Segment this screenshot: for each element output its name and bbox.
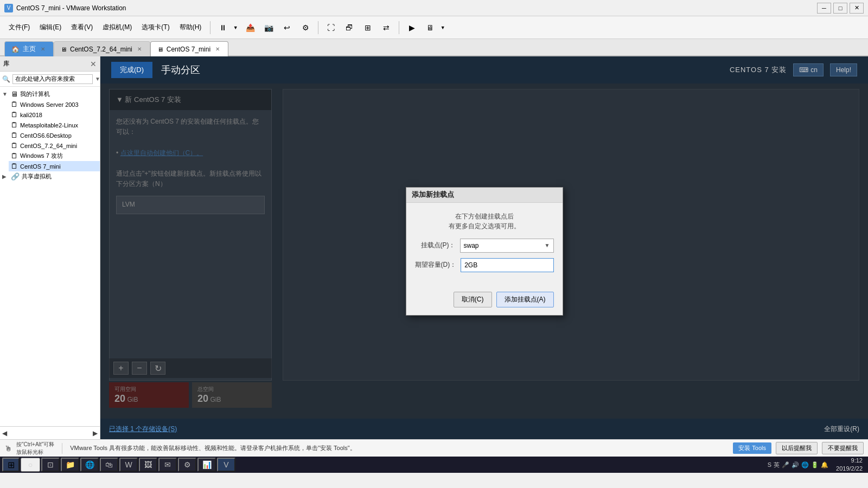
menu-help[interactable]: 帮助(H): [175, 21, 206, 34]
taskbar-app2[interactable]: V: [217, 458, 235, 472]
minimize-btn[interactable]: ─: [817, 3, 831, 14]
sidebar-item-4[interactable]: 🗒 CentOS_7.2_64_mini: [9, 140, 100, 151]
sidebar-item-5[interactable]: 🗒 Windows 7 攻坊: [9, 151, 100, 161]
toolbar-separator: [210, 21, 210, 34]
taskbar-store[interactable]: 🛍: [100, 458, 118, 472]
tray-input-method[interactable]: S: [768, 461, 771, 468]
status-sep: [62, 443, 62, 454]
menu-tabs[interactable]: 选项卡(T): [137, 21, 174, 34]
sidebar-item-label-0: Windows Server 2003: [20, 101, 79, 108]
done-button[interactable]: 完成(D): [111, 62, 152, 78]
sidebar-close-btn[interactable]: ✕: [90, 60, 97, 68]
menu-view[interactable]: 查看(V): [67, 21, 97, 34]
sidebar-item-0[interactable]: 🗒 Windows Server 2003: [9, 99, 100, 110]
start-button[interactable]: ⊞: [2, 458, 20, 472]
search-icon: ○: [28, 460, 33, 469]
menu-edit[interactable]: 编辑(E): [35, 21, 66, 34]
tray-lang[interactable]: 英: [774, 461, 780, 469]
vm-icon: 🗒: [11, 111, 18, 119]
tab-centos-mini-64[interactable]: 🖥 CentOS_7.2_64_mini ✕: [54, 41, 150, 56]
sidebar-item-2[interactable]: 🗒 Metasploitable2-Linux: [9, 120, 100, 130]
vm-area: 完成(D) 手动分区 CENTOS 7 安装 ⌨ cn Help!: [100, 56, 868, 439]
lang-button[interactable]: ⌨ cn: [793, 63, 824, 76]
vm-icon: 🗒: [11, 162, 18, 170]
select-arrow-icon: ▼: [545, 242, 550, 248]
sidebar-item-my-computer[interactable]: ▼ 🖥 我的计算机: [0, 89, 100, 99]
window-btn[interactable]: 🗗: [341, 20, 358, 35]
tray-network[interactable]: 🌐: [801, 461, 809, 468]
mount-point-row: 挂载点(P)： swap ▼: [415, 239, 554, 253]
help-button[interactable]: Help!: [830, 63, 857, 76]
tab-home-close[interactable]: ✕: [39, 46, 47, 53]
sidebar-scroll-left[interactable]: ◀: [2, 429, 7, 437]
display-btn[interactable]: 🖥: [422, 20, 438, 35]
home-icon: 🏠: [11, 46, 20, 53]
sidebar-item-1[interactable]: 🗒 kali2018: [9, 110, 100, 120]
taskbar-settings[interactable]: ⚙: [178, 458, 196, 472]
close-btn[interactable]: ✕: [850, 3, 864, 14]
storage-devices-link[interactable]: 已选择 1 个存储设备(S): [109, 425, 177, 434]
mount-point-select[interactable]: swap ▼: [460, 239, 554, 253]
tab1-icon: 🖥: [61, 46, 67, 53]
tray-sound[interactable]: 🔊: [792, 461, 799, 468]
sidebar-item-label-4: CentOS_7.2_64_mini: [20, 143, 77, 149]
tray-battery[interactable]: 🔋: [811, 461, 819, 468]
display-dropdown[interactable]: ▼: [438, 20, 447, 35]
sidebar-scroll-right[interactable]: ▶: [93, 429, 98, 437]
add-mountpoint-confirm-btn[interactable]: 添加挂载点(A): [496, 292, 554, 307]
sidebar: 库 ✕ 🔍 ▼ ▼ 🖥 我的计算机 🗒 Windows Server 2003 …: [0, 56, 100, 439]
send-file-btn[interactable]: 📤: [242, 20, 258, 35]
tray-notifications[interactable]: 🔔: [821, 461, 828, 468]
sidebar-search-bar: 🔍 ▼: [0, 72, 100, 87]
tabs-bar: 🏠 主页 ✕ 🖥 CentOS_7.2_64_mini ✕ 🖥 CentOS 7…: [0, 39, 868, 56]
pause-dropdown[interactable]: ▼: [231, 20, 240, 35]
capacity-input[interactable]: [461, 258, 553, 272]
cancel-button[interactable]: 取消(C): [454, 292, 492, 307]
sidebar-item-shared[interactable]: ▶ 🔗 共享虚拟机: [0, 171, 100, 182]
search-dropdown[interactable]: ▼: [95, 76, 100, 82]
fullscreen-btn[interactable]: ⛶: [323, 20, 339, 35]
pause-btn[interactable]: ⏸: [215, 20, 231, 35]
maximize-btn[interactable]: □: [833, 3, 847, 14]
taskbar-browser[interactable]: 🌐: [80, 458, 99, 472]
console-btn[interactable]: ▶: [404, 20, 420, 35]
sidebar-item-3[interactable]: 🗒 CentOS6.6Desktop: [9, 130, 100, 140]
tab1-close[interactable]: ✕: [136, 46, 143, 53]
taskbar-photos[interactable]: 🖼: [139, 458, 157, 472]
tab-home-label: 主页: [23, 44, 36, 54]
expand-icon: ▼: [2, 91, 9, 97]
system-tray: S 英 🎤 🔊 🌐 🔋 🔔: [764, 461, 832, 469]
reset-all-btn[interactable]: 全部重设(R): [824, 425, 859, 434]
search-button[interactable]: ○: [21, 458, 40, 472]
taskbar-office[interactable]: W: [119, 458, 138, 472]
install-tools-button[interactable]: 安装 Tools: [733, 442, 771, 454]
settings-btn[interactable]: ⚙: [297, 20, 314, 35]
tray-microphone[interactable]: 🎤: [782, 461, 789, 468]
tab2-icon: 🖥: [157, 46, 163, 53]
vm-screen[interactable]: 完成(D) 手动分区 CENTOS 7 安装 ⌨ cn Help!: [100, 56, 868, 439]
taskbar-mail[interactable]: ✉: [158, 458, 177, 472]
installer-header: 完成(D) 手动分区 CENTOS 7 安装 ⌨ cn Help!: [100, 56, 868, 84]
view-btn[interactable]: ⊞: [360, 20, 376, 35]
tab-centos-mini[interactable]: 🖥 CentOS 7_mini ✕: [150, 41, 228, 56]
snapshot-btn[interactable]: 📷: [260, 20, 277, 35]
vm-icon: 🗒: [11, 121, 18, 129]
revert-btn[interactable]: ↩: [279, 20, 295, 35]
system-clock[interactable]: 9:12 2019/2/22: [833, 457, 866, 473]
search-input[interactable]: [12, 74, 93, 84]
sidebar-item-label-2: Metasploitable2-Linux: [20, 122, 78, 129]
never-remind-button[interactable]: 不要提醒我: [822, 442, 864, 454]
centos-title: CENTOS 7 安装: [730, 65, 787, 75]
sidebar-item-6[interactable]: 🗒 CentOS 7_mini: [9, 161, 100, 171]
taskbar-app1[interactable]: 📊: [197, 458, 216, 472]
installer-title-right: CENTOS 7 安装 ⌨ cn Help!: [730, 63, 857, 76]
tab2-close[interactable]: ✕: [214, 46, 221, 53]
tab-home[interactable]: 🏠 主页 ✕: [4, 41, 54, 56]
shared-label: 共享虚拟机: [22, 172, 52, 181]
taskbar-files[interactable]: 📁: [61, 458, 79, 472]
remind-later-button[interactable]: 以后提醒我: [776, 442, 818, 454]
menu-vm[interactable]: 虚拟机(M): [98, 21, 136, 34]
menu-file[interactable]: 文件(F): [4, 21, 34, 34]
taskbar-cortana[interactable]: ⊡: [41, 458, 60, 472]
switch-btn[interactable]: ⇄: [378, 20, 394, 35]
